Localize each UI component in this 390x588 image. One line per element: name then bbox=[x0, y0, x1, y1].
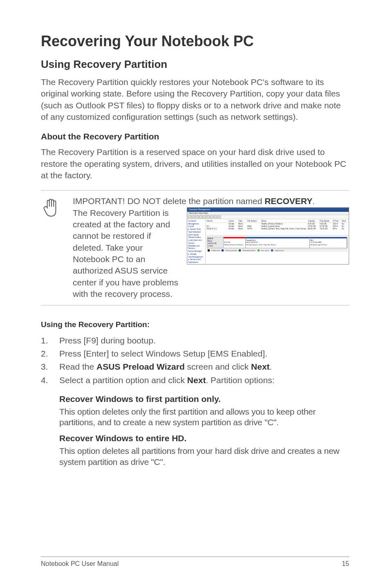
cm-toolbar bbox=[187, 215, 349, 219]
hand-stop-icon bbox=[41, 195, 65, 220]
notice-partition-name: RECOVERY bbox=[264, 196, 312, 206]
subsection-body: The Recovery Partition is a reserved spa… bbox=[41, 146, 349, 181]
notice-prefix: IMPORTANT! DO NOT delete the partition n… bbox=[73, 196, 264, 206]
notice-text: IMPORTANT! DO NOT delete the partition n… bbox=[73, 195, 349, 300]
page-footer: Notebook PC User Manual 15 bbox=[41, 557, 349, 568]
recovery-steps: Press [F9] during bootup. Press [Enter] … bbox=[41, 335, 349, 386]
computer-management-screenshot: Computer Management File Action View Hel… bbox=[187, 207, 349, 265]
step-2: Press [Enter] to select Windows Setup [E… bbox=[41, 348, 349, 359]
option-title: Recover Windows to entire HD. bbox=[59, 433, 349, 443]
cm-volume-grid: Volume Layout Type File System Status Ca… bbox=[206, 219, 349, 236]
partition-option-2: Recover Windows to entire HD. This optio… bbox=[41, 433, 349, 467]
footer-page-number: 15 bbox=[342, 560, 349, 568]
notice-continuation: The Recovery Partition is created at the… bbox=[73, 207, 181, 300]
footer-left: Notebook PC User Manual bbox=[41, 560, 119, 568]
page-title: Recovering Your Notebook PC bbox=[41, 33, 349, 50]
option-desc: This option deletes all partitions from … bbox=[59, 446, 349, 467]
cm-grid-header: Volume Layout Type File System Status Ca… bbox=[206, 220, 348, 223]
section-body: The Recovery Partition quickly restores … bbox=[41, 76, 349, 123]
step-1: Press [F9] during bootup. bbox=[41, 335, 349, 346]
cm-titlebar: Computer Management bbox=[187, 208, 349, 212]
partition-option-1: Recover Windows to first partition only.… bbox=[41, 394, 349, 428]
notice-suffix-sep: . bbox=[312, 196, 315, 206]
cm-disk-map: Disk 0 Basic 149.05 GB Online 4.00 GBHea… bbox=[206, 236, 349, 264]
cm-menubar: File Action View Help bbox=[187, 212, 349, 215]
step-4: Select a partition option and click Next… bbox=[41, 375, 349, 386]
step-3: Read the ASUS Preload Wizard screen and … bbox=[41, 361, 349, 373]
important-notice: IMPORTANT! DO NOT delete the partition n… bbox=[41, 190, 349, 305]
cm-legend: Unallocated Primary partition Extended p… bbox=[207, 249, 347, 252]
section-heading: Using Recovery Partition bbox=[41, 58, 349, 71]
cm-tree: Computer Management (Local) ▸ System Too… bbox=[187, 219, 206, 264]
option-desc: This option deletes only the first parti… bbox=[59, 406, 349, 428]
usage-heading: Using the Recovery Partition: bbox=[41, 320, 349, 329]
option-title: Recover Windows to first partition only. bbox=[59, 394, 349, 404]
subsection-heading: About the Recovery Partition bbox=[41, 132, 349, 141]
